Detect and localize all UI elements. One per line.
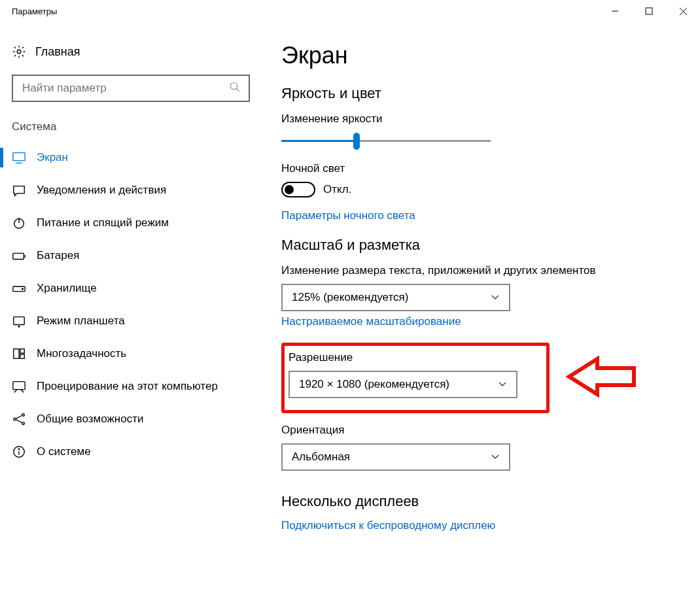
svg-line-25: [16, 420, 22, 423]
search-icon: [229, 81, 241, 96]
sidebar-section-label: Система: [0, 120, 262, 141]
brightness-section-header: Яркость и цвет: [281, 85, 687, 102]
svg-line-6: [236, 88, 239, 92]
sidebar-item-label: Экран: [37, 151, 68, 164]
resolution-value: 1920 × 1080 (рекомендуется): [299, 378, 449, 391]
titlebar: Параметры: [0, 0, 700, 22]
minimize-button[interactable]: [598, 0, 632, 22]
chevron-down-icon: [491, 292, 500, 303]
sidebar-item-label: Питание и спящий режим: [37, 216, 169, 230]
main-content: Экран Яркость и цвет Изменение яркости Н…: [262, 22, 700, 595]
svg-rect-11: [13, 253, 24, 259]
svg-line-24: [16, 416, 22, 419]
sidebar-item-label: Многозадачность: [37, 347, 126, 360]
svg-rect-20: [13, 382, 25, 390]
sidebar-item-share[interactable]: Общие возможности: [0, 403, 262, 435]
page-title: Экран: [281, 42, 687, 69]
sidebar-item-label: Общие возможности: [37, 413, 143, 426]
svg-rect-7: [13, 153, 25, 161]
sidebar-item-storage[interactable]: Хранилище: [0, 272, 262, 305]
orientation-dropdown[interactable]: Альбомная: [281, 443, 510, 471]
svg-marker-29: [569, 359, 634, 394]
night-light-state: Откл.: [323, 183, 351, 196]
gear-icon: [12, 44, 26, 59]
wireless-display-link[interactable]: Подключиться к беспроводному дисплею: [281, 519, 687, 532]
storage-icon: [12, 281, 26, 296]
svg-rect-18: [20, 349, 24, 353]
resolution-dropdown[interactable]: 1920 × 1080 (рекомендуется): [289, 371, 517, 398]
close-button[interactable]: [666, 0, 700, 22]
night-light-toggle[interactable]: [281, 182, 315, 197]
night-light-label: Ночной свет: [281, 162, 687, 175]
orientation-label: Ориентация: [281, 424, 687, 437]
maximize-button[interactable]: [632, 0, 666, 22]
multitask-icon: [12, 347, 26, 361]
sidebar-item-label: Батарея: [37, 249, 79, 262]
svg-rect-17: [14, 349, 19, 359]
chevron-down-icon: [491, 452, 500, 462]
svg-rect-1: [646, 8, 652, 14]
sidebar-item-label: О системе: [37, 445, 91, 458]
home-nav[interactable]: Главная: [0, 42, 262, 71]
brightness-slider[interactable]: [281, 132, 491, 150]
search-box[interactable]: [12, 75, 250, 102]
search-input[interactable]: [21, 81, 229, 95]
svg-point-16: [18, 326, 20, 327]
power-icon: [12, 216, 26, 230]
chevron-down-icon: [498, 379, 507, 390]
svg-rect-19: [20, 354, 24, 358]
scale-section-header: Масштаб и разметка: [281, 237, 687, 254]
sidebar-item-tablet[interactable]: Режим планшета: [0, 305, 262, 337]
custom-scaling-link[interactable]: Настраиваемое масштабирование: [281, 315, 687, 328]
sidebar-item-project[interactable]: Проецирование на этот компьютер: [0, 370, 262, 403]
scale-dropdown[interactable]: 125% (рекомендуется): [281, 284, 510, 311]
sidebar-item-power[interactable]: Питание и спящий режим: [0, 207, 262, 239]
tablet-icon: [12, 314, 26, 328]
brightness-label: Изменение яркости: [281, 112, 687, 126]
battery-icon: [12, 248, 26, 263]
orientation-value: Альбомная: [292, 450, 350, 464]
scale-value: 125% (рекомендуется): [292, 291, 408, 304]
night-light-settings-link[interactable]: Параметры ночного света: [281, 209, 687, 222]
annotation-arrow-icon: [566, 354, 638, 402]
sidebar-item-about[interactable]: О системе: [0, 435, 262, 468]
window-title: Параметры: [12, 7, 598, 16]
sidebar-item-label: Хранилище: [37, 282, 97, 295]
sidebar-item-multitask[interactable]: Многозадачность: [0, 337, 262, 370]
svg-point-23: [22, 422, 25, 425]
sidebar-item-battery[interactable]: Батарея: [0, 239, 262, 272]
svg-point-5: [230, 82, 237, 90]
svg-point-22: [22, 414, 25, 416]
about-icon: [12, 445, 26, 459]
svg-rect-15: [14, 317, 25, 325]
home-label: Главная: [35, 45, 80, 59]
sidebar-item-label: Режим планшета: [37, 314, 125, 328]
svg-point-28: [18, 449, 19, 449]
chat-icon: [12, 183, 26, 197]
sidebar-item-display[interactable]: Экран: [0, 141, 262, 174]
sidebar: Главная Система ЭкранУведомления и дейст…: [0, 22, 262, 595]
window-buttons: [598, 0, 700, 22]
project-icon: [12, 379, 26, 394]
svg-point-14: [22, 288, 24, 290]
display-icon: [12, 150, 26, 165]
scale-label: Изменение размера текста, приложений и д…: [281, 264, 687, 277]
sidebar-item-label: Проецирование на этот компьютер: [37, 380, 218, 393]
sidebar-item-label: Уведомления и действия: [37, 184, 166, 197]
multi-display-section-header: Несколько дисплеев: [281, 493, 687, 510]
sidebar-item-chat[interactable]: Уведомления и действия: [0, 174, 262, 207]
svg-point-4: [17, 50, 21, 54]
share-icon: [12, 412, 26, 426]
resolution-callout: Разрешение 1920 × 1080 (рекомендуется): [281, 343, 550, 413]
svg-point-21: [14, 418, 16, 420]
resolution-label: Разрешение: [289, 351, 537, 364]
